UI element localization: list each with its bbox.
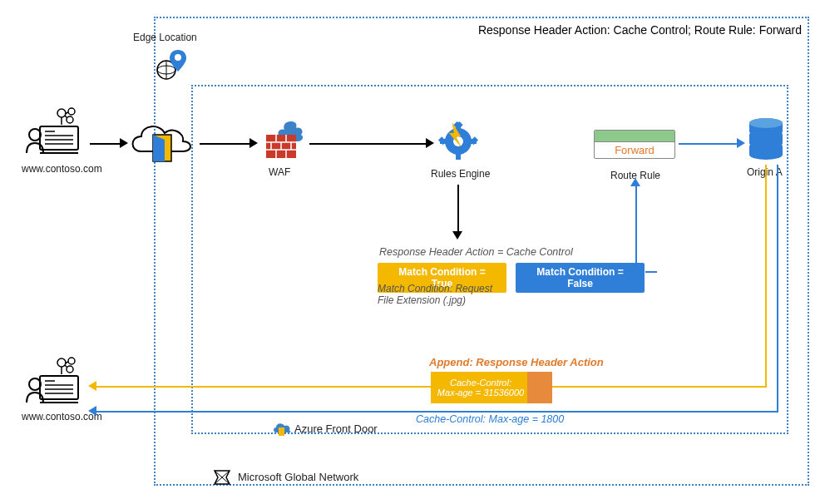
svg-rect-55	[279, 427, 284, 436]
return-yellow-h1	[552, 386, 767, 388]
svg-point-3	[175, 54, 181, 61]
azure-front-door-icon	[271, 419, 291, 441]
client-bottom-icon	[22, 356, 86, 409]
arrow-false-up	[635, 186, 637, 269]
return-yellow-h2	[96, 386, 432, 388]
waf-icon	[259, 116, 308, 166]
globe-pin-icon	[155, 47, 186, 85]
svg-line-16	[65, 116, 67, 118]
return-yellow-v	[765, 165, 767, 388]
waf-label: WAF	[269, 166, 290, 178]
client-top-icon	[22, 106, 86, 160]
svg-rect-17	[40, 376, 78, 399]
arrow-waf-rules	[309, 143, 426, 145]
return-blue-v	[777, 165, 778, 413]
svg-point-23	[29, 378, 41, 390]
forward-label: Forward	[595, 142, 674, 158]
append-title: Append: Response Header Action	[429, 356, 604, 368]
svg-rect-43	[456, 153, 461, 160]
response-header-action-text: Response Header Action = Cache Control	[379, 246, 573, 258]
arrow-cloud-waf	[200, 143, 249, 145]
origin-a-icon	[747, 116, 785, 165]
cache-line1: Cache-Control:	[450, 378, 511, 388]
append-orange-box	[527, 372, 552, 403]
svg-point-10	[29, 129, 41, 141]
client-top-label: www.contoso.com	[22, 163, 102, 175]
arrow-route-origin	[679, 143, 737, 145]
match-condition-note: Match Condition: Request File Extension …	[378, 283, 511, 306]
svg-rect-4	[40, 126, 78, 150]
arrow-client-cloud	[90, 143, 120, 145]
return-blue-text: Cache-Control: Max-age = 1800	[416, 413, 564, 425]
svg-line-29	[65, 365, 67, 368]
svg-point-12	[68, 108, 75, 115]
return-blue-h	[96, 411, 778, 413]
arrow-rules-down	[457, 185, 459, 231]
azure-front-door-label: Azure Front Door	[294, 422, 378, 435]
rules-engine-label: Rules Engine	[431, 168, 490, 180]
svg-point-54	[749, 118, 783, 128]
global-network-icon	[211, 467, 233, 491]
global-network-label: Microsoft Global Network	[238, 471, 358, 483]
match-false-pill: Match Condition = False	[516, 263, 645, 293]
svg-point-25	[68, 358, 75, 364]
cache-line2: Max-age = 31536000	[437, 388, 524, 398]
cache-control-yellow-box: Cache-Control: Max-age = 31536000	[431, 372, 531, 403]
route-rule-box: Forward	[594, 130, 675, 159]
header-title: Response Header Action: Cache Control; R…	[478, 23, 802, 37]
arrow-false-route-h	[645, 271, 657, 273]
edge-location-label: Edge Location	[133, 32, 197, 43]
front-door-icon	[125, 115, 196, 171]
rules-engine-icon	[436, 118, 481, 165]
